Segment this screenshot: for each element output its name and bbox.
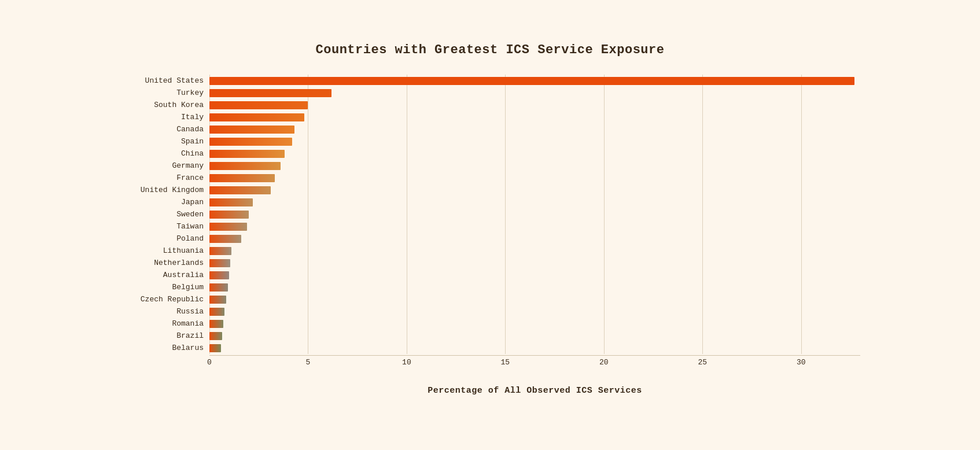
x-tick: 10 [402,358,411,367]
x-tick: 20 [599,358,609,367]
bar [209,113,304,121]
bar-row [209,233,860,245]
y-label: Netherlands [154,257,204,269]
bar [209,138,292,146]
bar [209,186,271,194]
x-tick: 30 [797,358,806,367]
bar [209,198,253,206]
bar-row [209,135,860,147]
bar-row [209,245,860,257]
y-label: Lithuania [163,245,204,257]
bar-row [209,99,860,111]
y-label: Romania [172,318,204,330]
bar-row [209,147,860,160]
bar [209,308,224,316]
bar [209,162,281,170]
bar-row [209,196,860,208]
y-label: Belgium [172,281,204,293]
x-tick: 25 [698,358,707,367]
bar-row [209,281,860,293]
bar-row [209,293,860,305]
y-label: United Kingdom [141,184,204,196]
bar [209,150,285,158]
y-label: United States [145,75,204,87]
bar-row [209,305,860,318]
y-labels: United StatesTurkeySouth KoreaItalyCanad… [120,75,209,396]
x-tick: 15 [501,358,510,367]
bar-row [209,123,860,135]
y-label: Turkey [176,87,204,99]
bar [209,174,275,182]
bars-and-grid: 051015202530 Percentage of All Observed … [209,75,860,396]
y-label: Poland [176,233,204,245]
y-label: Japan [181,196,204,208]
bar-row [209,220,860,233]
bar-row [209,184,860,196]
x-tick: 0 [207,358,212,367]
y-label: Spain [181,135,204,147]
bar-row [209,330,860,342]
y-label: Czech Republic [141,293,204,305]
chart-container: Countries with Greatest ICS Service Expo… [85,20,895,430]
y-label: Sweden [176,208,204,220]
bar [209,320,223,328]
bar [209,223,247,231]
y-label: Brazil [176,330,204,342]
chart-title: Countries with Greatest ICS Service Expo… [120,43,860,57]
bar-row [209,111,860,123]
y-label: Italy [181,111,204,123]
bars-wrapper [209,75,860,354]
bar-row [209,208,860,220]
bar [209,332,222,340]
x-tick: 5 [306,358,311,367]
bar [209,211,249,219]
x-axis-label: Percentage of All Observed ICS Services [209,386,860,396]
bar-row [209,257,860,269]
bar-row [209,87,860,99]
bar [209,283,228,292]
bar [209,344,221,352]
bar [209,126,294,134]
y-label: France [176,172,204,184]
bar-row [209,342,860,354]
y-label: Australia [163,269,204,281]
bar [209,89,331,97]
y-label: Russia [176,305,204,318]
bar-row [209,269,860,281]
bar [209,77,854,85]
bar-row [209,172,860,184]
bar [209,235,241,243]
y-label: China [181,147,204,160]
y-label: Germany [172,160,204,172]
y-label: Belarus [172,342,204,354]
y-label: South Korea [154,99,204,111]
bar [209,247,231,255]
y-label: Canada [176,123,204,135]
bar-row [209,318,860,330]
bar [209,101,308,109]
bar [209,259,230,267]
bar-row [209,160,860,172]
y-label: Taiwan [176,220,204,233]
bar [209,296,226,304]
bar-row [209,75,860,87]
bar [209,271,229,279]
chart-area: United StatesTurkeySouth KoreaItalyCanad… [120,75,860,396]
